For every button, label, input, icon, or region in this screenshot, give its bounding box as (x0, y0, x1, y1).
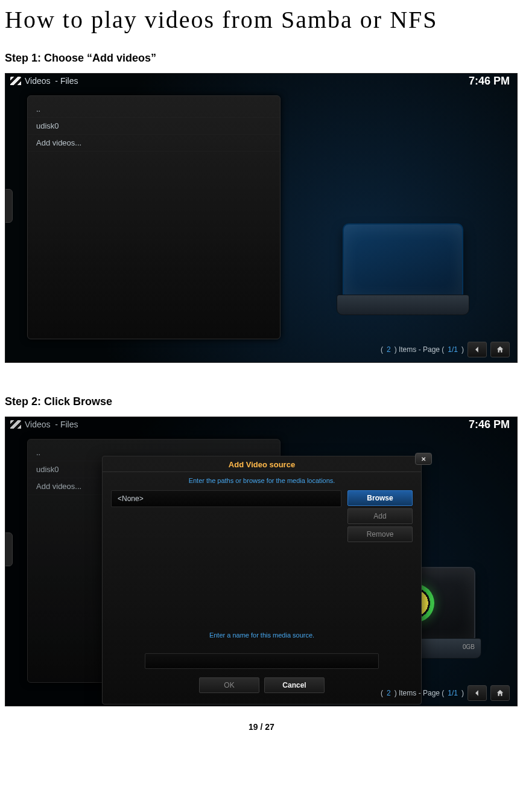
pager-text: ) Items - Page ( (395, 689, 445, 697)
pager-count: 2 (387, 345, 391, 354)
back-button[interactable] (468, 342, 487, 357)
dialog-hint-paths: Enter the paths or browse for the media … (103, 472, 421, 490)
ok-button[interactable]: OK (199, 677, 259, 693)
back-button[interactable] (468, 685, 487, 701)
pager-count: 2 (387, 689, 391, 697)
page-number: 19 / 27 (0, 706, 523, 732)
close-button[interactable]: ✕ (415, 453, 432, 465)
pager: (2) Items - Page (1/1) (381, 685, 510, 701)
file-panel: .. udisk0 Add videos... (27, 95, 281, 339)
cancel-button[interactable]: Cancel (264, 677, 325, 693)
clock-label: 7:46 PM (469, 75, 510, 88)
step-2-heading: Step 2: Click Browse (0, 388, 523, 417)
remove-button[interactable]: Remove (347, 526, 413, 542)
breadcrumb: Videos - Files (5, 74, 517, 88)
clock-label: 7:46 PM (469, 418, 510, 431)
list-item[interactable]: .. (28, 101, 280, 118)
pager-frac: 1/1 (448, 689, 458, 697)
home-button[interactable] (490, 685, 510, 701)
side-tab[interactable] (5, 189, 13, 223)
side-tab[interactable] (5, 532, 13, 566)
dialog-hint-name: Enter a name for this media source. (103, 627, 421, 645)
clapperboard-icon (10, 77, 21, 85)
pager: (2) Items - Page (1/1) (381, 342, 510, 357)
source-path-field[interactable]: <None> (111, 490, 341, 507)
add-button[interactable]: Add (347, 508, 413, 524)
source-name-field[interactable] (145, 653, 379, 669)
browse-button[interactable]: Browse (347, 490, 413, 506)
list-item[interactable]: Add videos... (28, 135, 280, 152)
screenshot-2: Videos - Files 7:46 PM .. udisk0 Add vid… (5, 417, 518, 706)
breadcrumb-sub: - Files (55, 76, 78, 86)
step-1-heading: Step 1: Choose “Add videos” (0, 45, 523, 73)
page-title: How to play videos from Samba or NFS (0, 0, 523, 45)
add-video-source-dialog: Add Video source ✕ Enter the paths or br… (102, 456, 422, 705)
pager-text: ) Items - Page ( (395, 345, 445, 354)
dialog-title: Add Video source ✕ (103, 456, 421, 472)
clapperboard-icon (10, 420, 21, 429)
screenshot-1: Videos - Files 7:46 PM .. udisk0 Add vid… (5, 73, 518, 363)
breadcrumb-section: Videos (25, 76, 51, 86)
drive-icon (334, 223, 472, 326)
breadcrumb-sub: - Files (55, 420, 78, 429)
home-button[interactable] (490, 342, 510, 357)
list-item[interactable]: udisk0 (28, 118, 280, 135)
pager-frac: 1/1 (448, 345, 458, 354)
breadcrumb-section: Videos (25, 420, 51, 429)
breadcrumb: Videos - Files (5, 417, 517, 432)
